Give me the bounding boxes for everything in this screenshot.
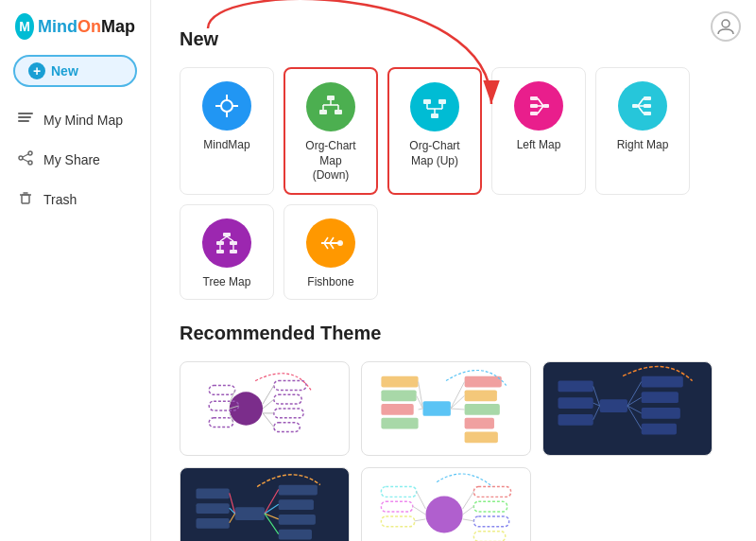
new-button[interactable]: + New — [13, 55, 137, 87]
svg-line-7 — [23, 159, 28, 162]
svg-rect-64 — [274, 409, 303, 418]
svg-rect-97 — [558, 381, 593, 393]
svg-rect-49 — [216, 250, 224, 253]
svg-line-104 — [593, 387, 600, 407]
left-map-label: Left Map — [517, 138, 561, 153]
svg-rect-25 — [431, 113, 438, 118]
svg-line-115 — [265, 490, 279, 514]
svg-line-72 — [263, 413, 274, 428]
user-avatar[interactable] — [711, 11, 741, 42]
map-card-right-map[interactable]: Right Map — [595, 67, 690, 195]
theme-grid — [180, 361, 728, 541]
svg-line-106 — [593, 406, 600, 420]
sidebar-item-my-share[interactable]: My Share — [0, 140, 150, 180]
right-map-icon — [618, 81, 667, 131]
map-card-org-up[interactable]: Org-Chart Map (Up) — [387, 67, 482, 195]
sidebar-item-label: Trash — [43, 192, 77, 207]
map-card-org-down[interactable]: Org-Chart Map(Down) — [284, 67, 378, 195]
svg-point-4 — [19, 156, 23, 160]
svg-line-43 — [638, 98, 644, 106]
org-down-icon — [306, 82, 355, 131]
mindmap-icon — [202, 81, 251, 131]
svg-rect-39 — [632, 104, 638, 108]
svg-rect-113 — [196, 504, 229, 515]
svg-rect-8 — [22, 195, 29, 203]
svg-rect-124 — [473, 502, 507, 513]
svg-point-3 — [28, 151, 32, 155]
svg-rect-76 — [423, 402, 451, 417]
svg-rect-78 — [465, 391, 497, 402]
my-mind-map-icon — [17, 110, 34, 131]
svg-point-5 — [28, 161, 32, 165]
svg-line-135 — [415, 519, 426, 521]
theme-card-3[interactable] — [542, 361, 713, 456]
map-card-fishbone[interactable]: Fishbone — [284, 204, 378, 301]
svg-rect-110 — [279, 515, 316, 525]
svg-rect-84 — [381, 404, 413, 415]
svg-rect-99 — [558, 414, 593, 426]
theme-card-5[interactable] — [361, 467, 531, 541]
svg-rect-83 — [381, 391, 416, 402]
svg-rect-93 — [642, 376, 683, 388]
svg-line-86 — [451, 382, 465, 409]
svg-line-134 — [413, 507, 426, 515]
tree-map-icon — [202, 218, 251, 268]
svg-point-12 — [722, 20, 730, 27]
sidebar-item-label: My Share — [43, 152, 100, 167]
svg-point-60 — [337, 240, 343, 246]
svg-rect-94 — [642, 393, 679, 404]
sidebar-item-trash[interactable]: Trash — [0, 180, 150, 219]
sidebar-item-my-mind-map[interactable]: My Mind Map — [0, 100, 150, 140]
svg-rect-85 — [381, 418, 418, 429]
left-map-icon — [514, 81, 563, 131]
svg-rect-127 — [381, 487, 416, 497]
svg-rect-96 — [642, 424, 677, 435]
svg-rect-66 — [209, 386, 234, 395]
svg-rect-92 — [600, 400, 627, 413]
theme-card-4[interactable] — [180, 467, 350, 541]
map-type-grid: MindMap Org-Chart Map(Down) Org-Chart Ma… — [180, 67, 728, 300]
svg-rect-107 — [235, 508, 265, 521]
map-card-left-map[interactable]: Left Map — [491, 67, 586, 195]
svg-rect-41 — [644, 104, 651, 108]
svg-rect-18 — [327, 96, 335, 100]
recommended-title: Recommended Theme — [180, 323, 728, 344]
svg-line-100 — [627, 382, 642, 406]
map-card-mindmap[interactable]: MindMap — [180, 67, 274, 195]
sidebar-item-label: My Mind Map — [43, 113, 123, 128]
svg-rect-109 — [279, 500, 314, 511]
svg-line-52 — [227, 236, 233, 241]
svg-rect-48 — [230, 241, 237, 245]
svg-rect-114 — [196, 518, 229, 529]
svg-rect-40 — [644, 96, 651, 100]
theme-card-2[interactable] — [361, 361, 531, 456]
svg-rect-50 — [230, 250, 237, 253]
svg-rect-2 — [18, 120, 29, 122]
theme-card-1[interactable] — [180, 361, 350, 456]
svg-rect-95 — [642, 408, 680, 419]
svg-rect-0 — [18, 113, 33, 114]
svg-rect-128 — [381, 502, 412, 513]
svg-line-45 — [638, 106, 644, 113]
svg-line-131 — [463, 507, 474, 515]
svg-line-121 — [230, 514, 235, 523]
svg-rect-26 — [423, 99, 431, 104]
svg-point-13 — [221, 100, 232, 112]
svg-rect-19 — [319, 110, 327, 114]
mindmap-label: MindMap — [203, 138, 249, 153]
svg-line-36 — [538, 98, 543, 106]
svg-line-91 — [419, 409, 423, 410]
svg-line-6 — [23, 154, 28, 157]
map-card-tree-map[interactable]: Tree Map — [180, 204, 274, 301]
svg-rect-68 — [209, 418, 232, 428]
logo-text: MindOnMap — [38, 17, 135, 37]
svg-line-51 — [220, 236, 227, 241]
svg-rect-125 — [473, 516, 508, 527]
svg-rect-35 — [530, 112, 538, 115]
svg-rect-65 — [274, 423, 300, 432]
new-button-label: New — [51, 63, 78, 79]
svg-line-132 — [463, 519, 474, 521]
svg-line-133 — [417, 492, 426, 510]
main-content: New MindMap Org-Chart Map(Down) — [151, 0, 756, 541]
svg-rect-33 — [530, 96, 538, 100]
